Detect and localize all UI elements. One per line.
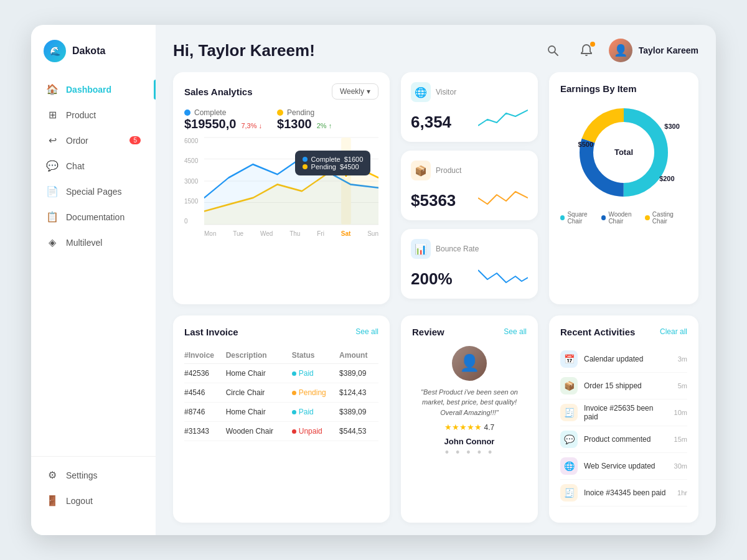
complete-value: $19550,0 [184, 117, 236, 131]
invoice-see-all[interactable]: See all [355, 327, 378, 336]
header: Hi, Taylor Kareem! 👤 [156, 25, 716, 72]
complete-stat: Complete $19550,0 7,3% ↓ [184, 108, 262, 131]
product-icon: ⊞ [46, 109, 59, 121]
invoice-id: #8746 [184, 402, 226, 421]
visitor-header: 🌐 Visitor [411, 82, 528, 102]
user-name: Taylor Kareem [639, 45, 698, 55]
review-title: Review [412, 327, 444, 337]
reviewer-name: John Connor [412, 437, 527, 446]
review-stars: ★★★★★ 4.7 [412, 422, 527, 432]
main-content: Hi, Taylor Kareem! 👤 [156, 25, 716, 535]
activity-icon: 🧾 [560, 404, 578, 421]
notification-button[interactable] [575, 39, 598, 62]
clear-all-button[interactable]: Clear all [660, 327, 687, 336]
sidebar-label-chat: Chat [66, 161, 85, 171]
invoice-card: Last Invoice See all #Invoice Descriptio… [173, 315, 390, 523]
bounce-mini-chart [478, 264, 528, 289]
svg-text:Total: Total [614, 147, 633, 157]
sidebar-item-chat[interactable]: 💬 Chat [37, 154, 149, 178]
activity-time: 10m [674, 409, 687, 416]
order-icon: ↩ [46, 134, 59, 146]
sidebar-item-documentation[interactable]: 📋 Documentation [37, 205, 149, 229]
weekly-filter-button[interactable]: Weekly ▾ [332, 83, 378, 100]
activity-icon: 🌐 [560, 457, 578, 475]
activity-item: 🧾 Inoice #34345 been paid 1hr [560, 480, 687, 506]
settings-icon: ⚙ [46, 469, 59, 481]
sidebar-logo: 🌊 Dakota [31, 40, 156, 77]
visitor-label: Visitor [436, 88, 456, 96]
product-mini-chart [478, 185, 528, 210]
sales-analytics-card: Sales Analytics Weekly ▾ Complete $19550… [173, 72, 390, 304]
col-amount: Amount [339, 346, 378, 364]
legend-casting-chair: Casting Chair [645, 211, 687, 225]
bounce-rate-card: 📊 Bounce Rate 200% [401, 229, 538, 299]
legend-wooden-chair: Wooden Chair [601, 211, 645, 225]
sidebar-item-multilevel[interactable]: ◈ Multilevel [37, 230, 149, 254]
chart-svg [204, 138, 378, 225]
bounce-label: Bounce Rate [436, 245, 479, 253]
activity-time: 15m [674, 436, 687, 443]
invoice-id: #4546 [184, 383, 226, 402]
search-button[interactable] [542, 39, 564, 62]
activity-text: Invoice #25635 been paid [584, 404, 668, 421]
reviewer-dots: • • • • • [412, 446, 527, 459]
invoice-status: Paid [292, 402, 339, 421]
user-info: 👤 Taylor Kareem [609, 39, 698, 62]
pending-dot [277, 110, 283, 116]
complete-change: 7,3% ↓ [241, 122, 262, 129]
pending-label: Pending [287, 108, 314, 117]
invoice-status: Unpaid [292, 421, 339, 441]
product-header: 📦 Product [411, 161, 528, 180]
activity-icon: 📦 [560, 377, 578, 394]
col-description: Description [226, 346, 292, 364]
chart-main: Complete $1600 Pending $4500 [204, 138, 378, 225]
donut-label-300: $300 [664, 123, 679, 130]
review-card: Review See all 👤 "Best Product i've been… [401, 315, 538, 523]
col-status: Status [292, 346, 339, 364]
legend-casting-label: Casting Chair [652, 211, 687, 225]
activity-text: Calendar updated [584, 355, 672, 363]
dashboard: Sales Analytics Weekly ▾ Complete $19550… [156, 72, 716, 535]
multilevel-icon: ◈ [46, 236, 59, 248]
activity-text: Order 15 shipped [584, 381, 672, 390]
invoice-desc: Circle Chair [226, 383, 292, 402]
header-actions: 👤 Taylor Kareem [542, 39, 698, 62]
activity-time: 1hr [677, 489, 687, 497]
activity-item: 🧾 Invoice #25635 been paid 10m [560, 399, 687, 426]
logo-text: Dakota [72, 45, 105, 57]
sidebar-label-dashboard: Dashboard [66, 85, 111, 95]
special-pages-icon: 📄 [46, 185, 59, 197]
invoice-header: Last Invoice See all [184, 327, 378, 337]
invoice-desc: Wooden Chair [226, 421, 292, 441]
review-see-all[interactable]: See all [504, 327, 527, 336]
app-container: 🌊 Dakota 🏠 Dashboard ⊞ Product ↩ Ordor 5… [31, 25, 716, 535]
activity-icon: 💬 [560, 431, 578, 448]
chat-icon: 💬 [46, 160, 59, 172]
donut-svg: Total [574, 103, 674, 202]
activities-title: Recent Activities [560, 327, 635, 337]
sidebar-item-order[interactable]: ↩ Ordor 5 [37, 128, 149, 152]
visitor-icon: 🌐 [411, 82, 431, 102]
svg-point-0 [548, 46, 555, 53]
complete-label: Complete [194, 108, 226, 117]
activity-item: 📅 Calendar updated 3m [560, 346, 687, 373]
sidebar-label-docs: Documentation [66, 212, 125, 222]
product-label: Product [436, 166, 461, 175]
product-stat-icon: 📦 [411, 161, 431, 180]
sidebar-label-order: Ordor [66, 136, 88, 146]
sidebar-item-dashboard[interactable]: 🏠 Dashboard [37, 77, 149, 101]
sidebar-bottom: ⚙ Settings 🚪 Logout [31, 456, 156, 520]
visitor-card: 🌐 Visitor 6,354 [401, 72, 538, 142]
sidebar-nav: 🏠 Dashboard ⊞ Product ↩ Ordor 5 💬 Chat 📄… [31, 77, 156, 450]
stats-column: 🌐 Visitor 6,354 📦 Product [401, 72, 538, 304]
invoice-status: Pending [292, 383, 339, 402]
legend-wooden-label: Wooden Chair [608, 211, 645, 225]
sidebar-item-settings[interactable]: ⚙ Settings [37, 463, 149, 487]
sidebar-item-special-pages[interactable]: 📄 Special Pages [37, 179, 149, 203]
invoice-id: #31343 [184, 421, 226, 441]
sales-card-header: Sales Analytics Weekly ▾ [184, 83, 378, 100]
sidebar-item-product[interactable]: ⊞ Product [37, 103, 149, 127]
sidebar-item-logout[interactable]: 🚪 Logout [37, 488, 149, 513]
chart-x-labels: Mon Tue Wed Thu Fri Sat Sun [204, 230, 378, 237]
activities-header: Recent Activities Clear all [560, 327, 687, 337]
